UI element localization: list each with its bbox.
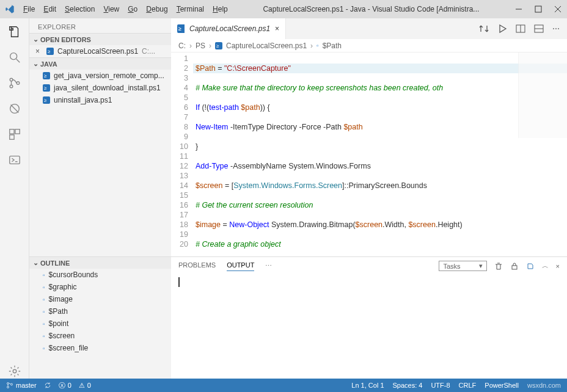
status-bar: master ⓧ 0 ⚠ 0 Ln 1, Col 1 Spaces: 4 UTF… <box>0 379 567 392</box>
svg-point-4 <box>10 53 16 60</box>
file-item[interactable]: ≥uninstall_java.ps1 <box>29 94 171 106</box>
tab-file[interactable]: ≥ CaptureLocalScreen.ps1 × <box>171 18 286 39</box>
sync-icon[interactable] <box>44 382 51 389</box>
close-tab-icon[interactable]: × <box>275 24 279 33</box>
menu-edit[interactable]: Edit <box>43 5 56 13</box>
menu-view[interactable]: View <box>103 5 119 13</box>
explorer-icon[interactable] <box>7 24 22 39</box>
extensions-icon[interactable] <box>7 127 22 142</box>
variable-icon: ▫ <box>43 272 45 278</box>
open-editor-item[interactable]: × ≥ CaptureLocalScreen.ps1 C:... <box>29 45 171 57</box>
open-editors-section[interactable]: ⌄OPEN EDITORS <box>29 33 171 45</box>
more-actions-icon[interactable]: ⋯ <box>552 24 560 33</box>
variable-icon: ▫ <box>43 345 45 352</box>
outline-item[interactable]: ▫$screen <box>29 330 171 342</box>
svg-text:≥: ≥ <box>44 73 47 79</box>
outline-item[interactable]: ▫$Path <box>29 305 171 318</box>
file-item[interactable]: ≥java_silent_download_install.ps1 <box>29 82 171 94</box>
status-encoding[interactable]: UTF-8 <box>431 382 450 389</box>
svg-text:≥: ≥ <box>44 85 47 91</box>
activity-bar <box>0 18 29 379</box>
outline-item[interactable]: ▫$screen_file <box>29 342 171 354</box>
source-control-icon[interactable] <box>7 76 22 90</box>
outline-section[interactable]: ⌄OUTLINE <box>29 256 171 269</box>
powershell-file-icon: ≥ <box>43 84 50 92</box>
menu-selection[interactable]: Selection <box>65 5 95 13</box>
svg-rect-13 <box>9 135 13 139</box>
close-button[interactable] <box>554 5 562 13</box>
git-branch[interactable]: master <box>6 382 37 389</box>
variable-icon: ▫ <box>43 308 45 315</box>
close-panel-icon[interactable]: × <box>556 263 560 270</box>
menu-file[interactable]: File <box>23 5 35 13</box>
vscode-logo-icon <box>5 4 15 14</box>
svg-rect-11 <box>9 129 13 134</box>
line-numbers: 12345678910 11121314151617181920 <box>171 53 193 256</box>
status-eol[interactable]: CRLF <box>459 382 477 389</box>
powershell-file-icon: ≥ <box>43 72 50 79</box>
outline-item[interactable]: ▫$cursorBounds <box>29 269 171 281</box>
output-channel-select[interactable]: Tasks▾ <box>439 261 486 271</box>
tab-problems[interactable]: PROBLEMS <box>178 261 216 270</box>
menu-go[interactable]: Go <box>128 5 137 13</box>
status-lncol[interactable]: Ln 1, Col 1 <box>351 382 384 389</box>
run-icon[interactable] <box>497 24 507 34</box>
more-panel-icon[interactable]: ⋯ <box>265 262 272 270</box>
code-content[interactable]: $Path = "C:\ScreenCapture" # Make sure t… <box>193 53 567 256</box>
powershell-icon[interactable] <box>7 153 22 167</box>
folder-section[interactable]: ⌄JAVA <box>29 57 171 70</box>
svg-point-35 <box>11 383 13 385</box>
menu-help[interactable]: Help <box>213 5 228 13</box>
minimap[interactable] <box>518 53 567 138</box>
open-file-icon[interactable] <box>526 262 535 270</box>
powershell-file-icon: ≥ <box>177 25 185 32</box>
outline-item[interactable]: ▫$image <box>29 293 171 305</box>
svg-text:≥: ≥ <box>178 26 181 32</box>
powershell-file-icon: ≥ <box>46 48 54 55</box>
tab-bar: ≥ CaptureLocalScreen.ps1 × ⋯ <box>171 18 567 39</box>
svg-rect-1 <box>535 6 541 12</box>
chevron-down-icon: ⌄ <box>33 60 38 68</box>
split-vertical-icon[interactable] <box>516 24 525 34</box>
maximize-button[interactable] <box>534 5 543 13</box>
menu-terminal[interactable]: Terminal <box>177 5 204 13</box>
variable-icon: ▫ <box>43 333 45 339</box>
lock-scroll-icon[interactable] <box>510 262 519 270</box>
tab-output[interactable]: OUTPUT <box>227 261 254 271</box>
powershell-file-icon: ≥ <box>215 42 222 49</box>
status-spaces[interactable]: Spaces: 4 <box>393 382 423 389</box>
variable-icon: ▫ <box>43 321 45 327</box>
close-editor-icon[interactable]: × <box>35 47 43 56</box>
minimize-button[interactable] <box>514 5 523 13</box>
file-path: C:... <box>142 47 155 56</box>
svg-rect-32 <box>512 266 517 269</box>
svg-point-34 <box>7 387 9 388</box>
output-body[interactable] <box>171 275 567 379</box>
errors-count[interactable]: ⓧ 0 <box>59 381 71 390</box>
breadcrumb[interactable]: C:› PS› ≥ CaptureLocalScreen.ps1› ▫ $Pat… <box>171 39 567 53</box>
search-icon[interactable] <box>7 50 22 65</box>
editor-area: ≥ CaptureLocalScreen.ps1 × ⋯ C:› PS› ≥ C… <box>171 18 567 379</box>
variable-icon: ▫ <box>43 296 45 303</box>
variable-icon: ▫ <box>43 284 45 291</box>
chevron-down-icon: ▾ <box>479 262 483 270</box>
file-item[interactable]: ≥get_java_version_remote_comp... <box>29 70 171 82</box>
code-editor[interactable]: 12345678910 11121314151617181920 $Path =… <box>171 53 567 256</box>
settings-gear-icon[interactable] <box>7 364 22 379</box>
split-horizontal-icon[interactable] <box>534 24 544 34</box>
svg-point-7 <box>10 85 13 88</box>
outline-item[interactable]: ▫$point <box>29 318 171 330</box>
chevron-up-icon[interactable]: ︿ <box>542 261 549 270</box>
svg-point-33 <box>7 383 9 385</box>
compare-changes-icon[interactable] <box>479 24 489 34</box>
status-language[interactable]: PowerShell <box>485 382 519 389</box>
tab-label: CaptureLocalScreen.ps1 <box>189 24 270 33</box>
clear-output-icon[interactable] <box>494 262 503 270</box>
svg-rect-12 <box>15 129 19 134</box>
menu-debug[interactable]: Debug <box>146 5 167 13</box>
warnings-count[interactable]: ⚠ 0 <box>79 382 91 390</box>
debug-icon[interactable] <box>7 101 22 116</box>
svg-point-6 <box>10 78 13 81</box>
outline-item[interactable]: ▫$graphic <box>29 281 171 293</box>
powershell-file-icon: ≥ <box>43 96 50 104</box>
